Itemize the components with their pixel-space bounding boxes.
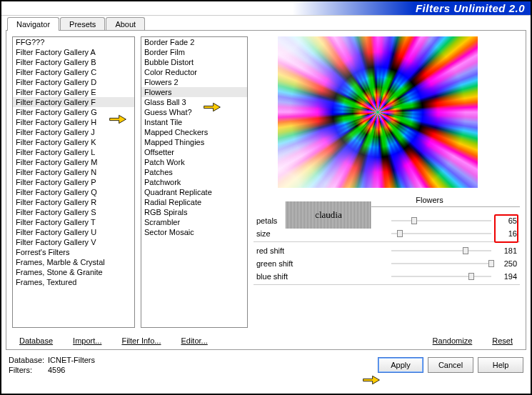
- list-item[interactable]: Guess What?: [141, 107, 247, 117]
- slider[interactable]: [391, 271, 491, 281]
- tab-presets[interactable]: Presets: [60, 17, 105, 31]
- randomize-button[interactable]: Randomize: [433, 336, 473, 345]
- app-title: Filters Unlimited 2.0: [416, 2, 525, 14]
- list-item[interactable]: Filter Factory Gallery D: [13, 77, 134, 87]
- list-item[interactable]: RGB Spirals: [141, 207, 247, 217]
- preview-image: [278, 36, 478, 188]
- list-item[interactable]: Filter Factory Gallery N: [13, 167, 134, 177]
- slider[interactable]: [391, 229, 491, 239]
- apply-button[interactable]: Apply: [378, 357, 423, 373]
- list-item[interactable]: Offsetter: [141, 147, 247, 157]
- list-item[interactable]: Filter Factory Gallery G: [13, 107, 134, 117]
- title-bar: Filters Unlimited 2.0: [1, 1, 531, 16]
- list-item[interactable]: Filter Factory Gallery F: [13, 97, 134, 107]
- param-label: size: [256, 229, 391, 238]
- bottom-bar: Database:ICNET-Filters Filters:4596 Appl…: [1, 351, 531, 379]
- list-item[interactable]: Scrambler: [141, 217, 247, 227]
- param-row: blue shift194: [254, 270, 520, 283]
- param-value: 65: [496, 216, 517, 225]
- list-item[interactable]: Filter Factory Gallery A: [13, 47, 134, 57]
- slider[interactable]: [391, 246, 491, 256]
- param-row: red shift181: [254, 244, 520, 257]
- list-item[interactable]: Quadrant Replicate: [141, 187, 247, 197]
- list-item[interactable]: Filter Factory Gallery V: [13, 237, 134, 247]
- category-column: FFG???Filter Factory Gallery AFilter Fac…: [12, 36, 135, 344]
- param-label: green shift: [256, 259, 391, 268]
- list-item[interactable]: Filter Factory Gallery M: [13, 157, 134, 167]
- preview-column: Flowers petals65size16red shift181green …: [254, 36, 520, 344]
- list-item[interactable]: Sector Mosaic: [141, 227, 247, 237]
- list-item[interactable]: Mapped Checkers: [141, 127, 247, 137]
- list-item[interactable]: Flowers: [141, 87, 247, 97]
- list-item[interactable]: Filter Factory Gallery C: [13, 67, 134, 77]
- list-item[interactable]: Filter Factory Gallery Q: [13, 187, 134, 197]
- param-row: size16: [254, 227, 520, 240]
- help-button[interactable]: Help: [478, 357, 523, 373]
- list-item[interactable]: Forrest's Filters: [13, 247, 134, 257]
- list-item[interactable]: Filter Factory Gallery L: [13, 147, 134, 157]
- filter-list[interactable]: Border Fade 2Border FilmBubble DistortCo…: [141, 36, 248, 328]
- list-item[interactable]: FFG???: [13, 37, 134, 47]
- list-item[interactable]: Patchwork: [141, 177, 247, 187]
- tab-about[interactable]: About: [106, 17, 145, 31]
- list-item[interactable]: Instant Tile: [141, 117, 247, 127]
- database-button[interactable]: Database: [19, 336, 53, 345]
- category-list[interactable]: FFG???Filter Factory Gallery AFilter Fac…: [12, 36, 135, 328]
- list-item[interactable]: Color Reductor: [141, 67, 247, 77]
- param-label: red shift: [256, 246, 391, 255]
- editor-button[interactable]: Editor...: [181, 336, 207, 345]
- list-item[interactable]: Filter Factory Gallery U: [13, 227, 134, 237]
- slider[interactable]: [391, 216, 491, 226]
- filter-column: Border Fade 2Border FilmBubble DistortCo…: [141, 36, 248, 344]
- tab-strip: NavigatorPresetsAbout: [1, 17, 531, 31]
- reset-button[interactable]: Reset: [492, 336, 513, 345]
- cancel-button[interactable]: Cancel: [428, 357, 473, 373]
- list-item[interactable]: Frames, Textured: [13, 277, 134, 287]
- list-item[interactable]: Mapped Thingies: [141, 137, 247, 147]
- list-item[interactable]: Radial Replicate: [141, 197, 247, 207]
- list-item[interactable]: Frames, Stone & Granite: [13, 267, 134, 277]
- list-item[interactable]: Filter Factory Gallery P: [13, 177, 134, 187]
- watermark: claudia: [286, 201, 371, 229]
- list-item[interactable]: Filter Factory Gallery S: [13, 207, 134, 217]
- list-item[interactable]: Filter Factory Gallery H: [13, 117, 134, 127]
- list-item[interactable]: Frames, Marble & Crystal: [13, 257, 134, 267]
- list-item[interactable]: Filter Factory Gallery K: [13, 137, 134, 147]
- status-text: Database:ICNET-Filters Filters:4596: [9, 355, 95, 375]
- param-value: 194: [496, 272, 517, 281]
- list-item[interactable]: Border Fade 2: [141, 37, 247, 47]
- list-item[interactable]: Border Film: [141, 47, 247, 57]
- list-item[interactable]: Filter Factory Gallery B: [13, 57, 134, 67]
- param-value: 250: [496, 259, 517, 268]
- list-item[interactable]: Filter Factory Gallery J: [13, 127, 134, 137]
- list-item[interactable]: Filter Factory Gallery E: [13, 87, 134, 97]
- left-toolbar: Database Import... Filter Info... Editor…: [19, 336, 208, 345]
- param-value: 181: [496, 246, 517, 255]
- list-item[interactable]: Filter Factory Gallery R: [13, 197, 134, 207]
- list-item[interactable]: Patches: [141, 167, 247, 177]
- navigator-panel: FFG???Filter Factory Gallery AFilter Fac…: [6, 30, 526, 350]
- list-item[interactable]: Flowers 2: [141, 77, 247, 87]
- import-button[interactable]: Import...: [73, 336, 101, 345]
- filter-info-button[interactable]: Filter Info...: [121, 336, 161, 345]
- list-item[interactable]: Filter Factory Gallery T: [13, 217, 134, 227]
- list-item[interactable]: Bubble Distort: [141, 57, 247, 67]
- slider[interactable]: [391, 259, 491, 269]
- param-value: 16: [496, 229, 517, 238]
- param-row: green shift250: [254, 257, 520, 270]
- param-label: blue shift: [256, 272, 391, 281]
- tab-navigator[interactable]: Navigator: [7, 17, 59, 31]
- list-item[interactable]: Patch Work: [141, 157, 247, 167]
- list-item[interactable]: Glass Ball 3: [141, 97, 247, 107]
- right-toolbar: Randomize Reset: [433, 336, 513, 345]
